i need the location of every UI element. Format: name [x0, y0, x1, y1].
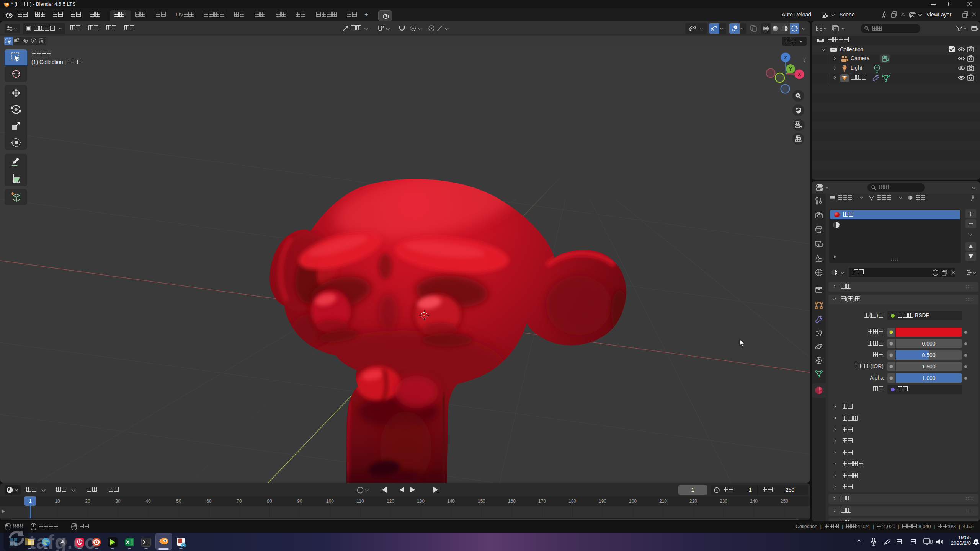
svg-text:Y: Y: [789, 66, 792, 72]
svg-text:X: X: [798, 72, 801, 77]
svg-text:Z: Z: [975, 540, 977, 543]
svg-text:Z: Z: [784, 55, 787, 60]
